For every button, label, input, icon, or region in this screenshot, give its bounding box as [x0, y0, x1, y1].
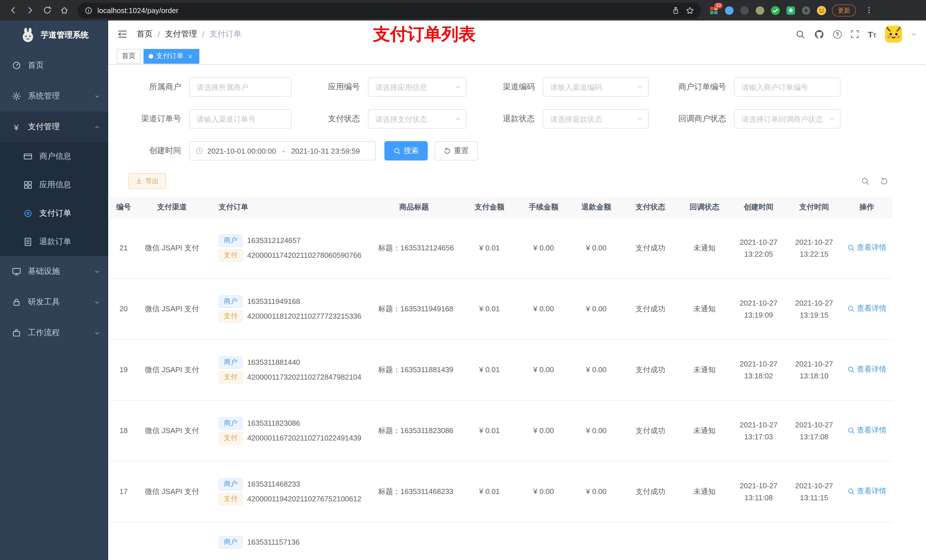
- extension-grid-icon[interactable]: 10: [709, 5, 719, 15]
- cell-refund: ¥ 0.00: [570, 461, 622, 522]
- view-detail-icon: [847, 488, 855, 495]
- extension-smiley-icon[interactable]: [817, 5, 826, 15]
- cell-fee: ¥ 0.00: [516, 339, 570, 400]
- cell-channel: [138, 522, 206, 560]
- refund-status-input[interactable]: [543, 110, 648, 128]
- breadcrumb-home[interactable]: 首页: [137, 29, 153, 39]
- sidebar-item-dev-tools[interactable]: 研发工具: [0, 287, 108, 318]
- pay-status-select[interactable]: [368, 109, 466, 128]
- cell-notify: 未通知: [679, 278, 730, 339]
- logo-image: [20, 27, 36, 43]
- extension-pin-icon[interactable]: [801, 5, 811, 15]
- cell-notify: 未通知: [679, 461, 730, 522]
- sidebar-item-home[interactable]: 首页: [0, 50, 108, 81]
- refund-status-select[interactable]: [543, 109, 649, 128]
- extension-olive-icon[interactable]: [755, 5, 765, 15]
- cell-action: 查看详情: [841, 278, 893, 339]
- merchant-input[interactable]: [190, 78, 291, 96]
- reload-icon[interactable]: [40, 3, 54, 18]
- channel-code-select[interactable]: [543, 77, 649, 97]
- channel-code-label: 渠道编码: [466, 82, 543, 92]
- app-logo[interactable]: 芋道管理系统: [0, 21, 108, 50]
- view-detail-link[interactable]: 查看详情: [847, 486, 887, 497]
- address-bar[interactable]: localhost:1024/pay/order: [77, 3, 701, 18]
- sidebar-item-merchant-info[interactable]: 商户信息: [0, 142, 108, 171]
- cell-title: 标题：1635311949168: [366, 278, 462, 339]
- cell-amount: ¥ 0.01: [462, 461, 516, 522]
- notify-status-input[interactable]: [735, 110, 840, 128]
- column-header-refund: 退款金额: [570, 197, 622, 217]
- view-detail-link[interactable]: 查看详情: [847, 243, 887, 253]
- channel-order-field[interactable]: [189, 109, 292, 128]
- channel-order-input[interactable]: [190, 110, 291, 128]
- extension-blue-icon[interactable]: [725, 5, 734, 15]
- caret-down-icon[interactable]: [911, 31, 917, 37]
- sidebar-item-workflow[interactable]: 工作流程: [0, 318, 108, 348]
- tab-payment-orders[interactable]: 支付订单: [144, 49, 199, 63]
- pay-status-input[interactable]: [368, 110, 466, 128]
- sidebar-item-app-info[interactable]: 应用信息: [0, 171, 108, 199]
- extension-chat-icon[interactable]: [786, 5, 796, 15]
- browser-update-button[interactable]: 更新: [832, 4, 856, 16]
- refund-status-label: 退款状态: [466, 114, 543, 124]
- merchant-order-input[interactable]: [735, 78, 840, 96]
- reset-button[interactable]: 重置: [434, 141, 478, 160]
- cell-created: 2021-10-27 13:17:03: [730, 400, 787, 461]
- github-icon[interactable]: [814, 29, 825, 39]
- cell-title: 标题：1635311468233: [366, 461, 462, 522]
- tab-home[interactable]: 首页: [117, 49, 141, 63]
- dashboard-icon: [11, 61, 21, 70]
- merchant-select[interactable]: [189, 77, 292, 97]
- sidebar-item-refund-orders[interactable]: 退款订单: [0, 228, 108, 256]
- home-icon[interactable]: [57, 3, 72, 18]
- share-icon[interactable]: [672, 6, 680, 15]
- sidebar-item-payment-orders[interactable]: 支付订单: [0, 199, 108, 228]
- forward-icon[interactable]: [23, 3, 38, 18]
- app-select[interactable]: [368, 77, 466, 97]
- pay-tag: 支付: [219, 371, 243, 383]
- font-size-icon[interactable]: [868, 29, 876, 39]
- bookmark-star-icon[interactable]: [686, 6, 694, 15]
- chevron-down-icon: [94, 268, 100, 275]
- sidebar-item-system-management[interactable]: 系统管理: [0, 81, 108, 112]
- help-icon[interactable]: [833, 30, 841, 38]
- browser-menu-icon[interactable]: [862, 3, 876, 18]
- cell-id: [109, 522, 138, 560]
- extension-check-icon[interactable]: [770, 5, 780, 15]
- table-row: 19 微信 JSAPI 支付 商户 1635311881440 支付: [109, 339, 893, 400]
- merchant-tag: 商户: [219, 356, 243, 368]
- search-toggle-icon[interactable]: [861, 177, 870, 185]
- cell-refund: ¥ 0.00: [570, 400, 622, 461]
- filter-form: 所属商户 应用编号 渠道编码: [108, 65, 926, 160]
- cell-action: [841, 522, 893, 560]
- view-detail-link[interactable]: 查看详情: [847, 365, 887, 375]
- breadcrumb-payment-management[interactable]: 支付管理: [165, 29, 197, 39]
- app-label: 应用编号: [292, 82, 368, 92]
- cell-paid: [787, 522, 841, 560]
- search-button[interactable]: 搜索: [384, 141, 428, 160]
- sidebar-item-infrastructure[interactable]: 基础设施: [0, 256, 108, 287]
- merchant-order-field[interactable]: [734, 77, 841, 97]
- tab-close-icon[interactable]: [186, 52, 194, 60]
- sidebar-toggle-icon[interactable]: [117, 29, 127, 39]
- refresh-icon[interactable]: [880, 177, 888, 185]
- channel-code-input[interactable]: [543, 78, 648, 96]
- notify-status-select[interactable]: [734, 109, 841, 128]
- back-icon[interactable]: [6, 3, 21, 18]
- extension-dark-icon[interactable]: [740, 5, 749, 15]
- cell-order: 商户 1635311823086 支付 42000011672021102710…: [206, 400, 366, 461]
- site-info-icon[interactable]: [84, 6, 93, 15]
- view-detail-link[interactable]: 查看详情: [847, 303, 887, 314]
- date-end[interactable]: 2021-10-31 23:59:59: [291, 146, 360, 155]
- date-range-picker[interactable]: 2021-10-01 00:00:00 - 2021-10-31 23:59:5…: [189, 141, 376, 160]
- search-icon[interactable]: [795, 29, 805, 39]
- date-start[interactable]: 2021-10-01 00:00:00: [207, 146, 276, 155]
- user-avatar[interactable]: [885, 26, 902, 43]
- cell-fee: [516, 522, 570, 560]
- app-input[interactable]: [368, 78, 466, 96]
- export-button[interactable]: 导出: [128, 173, 166, 189]
- fullscreen-icon[interactable]: [850, 30, 859, 39]
- pay-tag: 支付: [219, 310, 243, 322]
- view-detail-link[interactable]: 查看详情: [847, 426, 887, 436]
- sidebar-item-payment-management[interactable]: ¥ 支付管理: [0, 112, 108, 142]
